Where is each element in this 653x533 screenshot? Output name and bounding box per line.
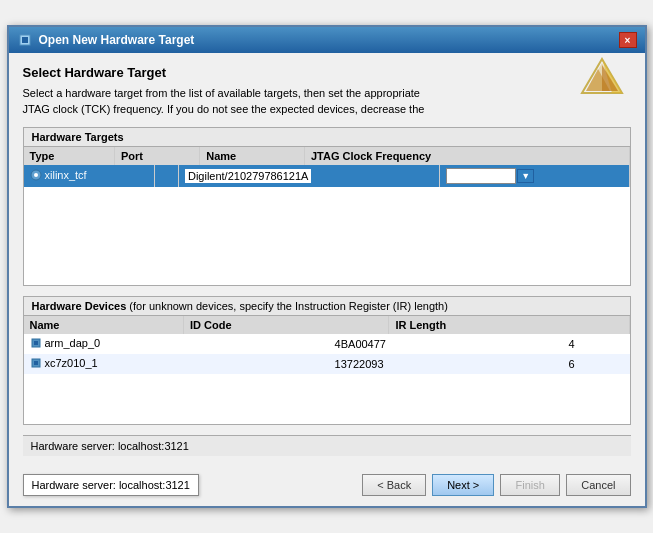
- footer-status: Hardware server: localhost:3121: [23, 435, 631, 456]
- row-port: [154, 165, 178, 187]
- back-button[interactable]: < Back: [362, 474, 426, 496]
- col-type: Type: [24, 147, 115, 165]
- description-line1: Select a hardware target from the list o…: [23, 87, 420, 99]
- hw-targets-header-row: Type Port Name JTAG Clock Frequency: [24, 147, 630, 165]
- svg-point-8: [34, 173, 38, 177]
- dev-row-name-1: xc7z010_1: [24, 354, 329, 374]
- window-title: Open New Hardware Target: [39, 33, 195, 47]
- main-window: Open New Hardware Target × Select Hardwa…: [7, 25, 647, 508]
- description-text: Select a hardware target from the list o…: [23, 86, 631, 117]
- hardware-targets-content: Type Port Name JTAG Clock Frequency: [24, 147, 630, 285]
- hardware-devices-table: Name ID Code IR Length: [24, 316, 630, 334]
- status-tooltip: Hardware server: localhost:3121: [23, 474, 199, 496]
- button-group: < Back Next > Finish Cancel: [362, 474, 630, 496]
- hardware-targets-group: Hardware Targets Type Port Name JTAG Clo…: [23, 127, 631, 286]
- dev-row-ir-0: 4: [563, 334, 630, 354]
- window-icon: [17, 32, 33, 48]
- dev-row-id-0: 4BA00477: [329, 334, 563, 354]
- hardware-devices-content: Name ID Code IR Length: [24, 316, 630, 424]
- dev-row-id-1: 13722093: [329, 354, 563, 374]
- dev-row-name-0: arm_dap_0: [24, 334, 329, 354]
- dev-col-id: ID Code: [183, 316, 389, 334]
- description-line2: JTAG clock (TCK) frequency. If you do no…: [23, 103, 425, 115]
- hardware-devices-body[interactable]: arm_dap_0 4BA00477 4: [24, 334, 630, 424]
- row-jtag-freq: 15000000 ▼: [440, 165, 629, 187]
- jtag-dropdown: 15000000 ▼: [446, 168, 622, 184]
- table-row[interactable]: xilinx_tcf Digilent/210279786121A 15000: [24, 165, 630, 187]
- table-row[interactable]: xc7z010_1 13722093 6: [24, 354, 630, 374]
- hardware-targets-table: Type Port Name JTAG Clock Frequency: [24, 147, 630, 165]
- device-chip-icon-1: [30, 357, 42, 369]
- hardware-targets-body[interactable]: xilinx_tcf Digilent/210279786121A 15000: [24, 165, 630, 285]
- col-port: Port: [115, 147, 200, 165]
- dev-col-name: Name: [24, 316, 184, 334]
- jtag-dropdown-arrow[interactable]: ▼: [517, 169, 534, 183]
- bottom-bar: Hardware server: localhost:3121 < Back N…: [9, 468, 645, 506]
- cancel-button[interactable]: Cancel: [566, 474, 630, 496]
- logo: [578, 55, 626, 106]
- col-jtag: JTAG Clock Frequency: [304, 147, 629, 165]
- dev-row-ir-1: 6: [563, 354, 630, 374]
- hardware-devices-group: Hardware Devices (for unknown devices, s…: [23, 296, 631, 425]
- svg-rect-1: [22, 37, 28, 43]
- row-name: Digilent/210279786121A: [178, 165, 439, 187]
- target-icon: [30, 169, 42, 181]
- window-body: Select Hardware Target Select a hardware…: [9, 53, 645, 468]
- finish-button[interactable]: Finish: [500, 474, 560, 496]
- dev-col-ir: IR Length: [389, 316, 629, 334]
- col-name: Name: [200, 147, 305, 165]
- table-row[interactable]: arm_dap_0 4BA00477 4: [24, 334, 630, 354]
- next-button[interactable]: Next >: [432, 474, 494, 496]
- hardware-targets-data-table: xilinx_tcf Digilent/210279786121A 15000: [24, 165, 630, 187]
- hardware-targets-title: Hardware Targets: [24, 128, 630, 147]
- hw-devices-header-row: Name ID Code IR Length: [24, 316, 630, 334]
- device-chip-icon-0: [30, 337, 42, 349]
- title-bar-left: Open New Hardware Target: [17, 32, 195, 48]
- svg-rect-12: [34, 361, 38, 365]
- close-button[interactable]: ×: [619, 32, 637, 48]
- title-bar: Open New Hardware Target ×: [9, 27, 645, 53]
- section-header: Select Hardware Target: [23, 65, 631, 80]
- hardware-devices-data-table: arm_dap_0 4BA00477 4: [24, 334, 630, 374]
- row-type: xilinx_tcf: [24, 165, 155, 187]
- svg-rect-10: [34, 341, 38, 345]
- hardware-devices-title: Hardware Devices (for unknown devices, s…: [24, 297, 630, 316]
